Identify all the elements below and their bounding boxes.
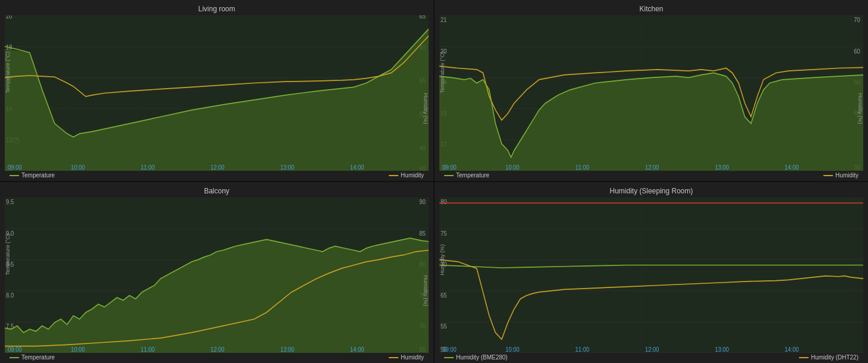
svg-text:11:00: 11:00 bbox=[575, 164, 590, 170]
svg-text:13:00: 13:00 bbox=[715, 164, 729, 170]
legend-line-hum-kitchen bbox=[823, 175, 833, 176]
legend-temperature-kitchen: Temperature bbox=[444, 172, 489, 179]
legend-label-hum-balcony: Humidity bbox=[401, 354, 424, 361]
chart-svg-balcony: 9.5 9.0 8.5 8.0 7.5 7.0 90 85 80 75 70 6… bbox=[5, 198, 429, 353]
svg-text:11:00: 11:00 bbox=[141, 346, 155, 352]
svg-text:80: 80 bbox=[441, 199, 447, 205]
legend-temperature-living-room: Temperature bbox=[10, 172, 55, 179]
svg-text:90: 90 bbox=[419, 199, 426, 205]
legend-sleeping-room: Humidity (BME280) Humidity (DHT22) bbox=[439, 353, 863, 361]
svg-text:8.0: 8.0 bbox=[6, 292, 14, 299]
svg-text:9.5: 9.5 bbox=[6, 199, 14, 205]
panel-title-kitchen: Kitchen bbox=[439, 5, 863, 13]
legend-kitchen: Temperature Humidity bbox=[439, 171, 863, 179]
legend-line-temp-kitchen bbox=[444, 175, 454, 176]
svg-text:55: 55 bbox=[441, 323, 447, 330]
legend-label-hum-kitchen: Humidity bbox=[835, 172, 858, 179]
svg-text:14:00: 14:00 bbox=[350, 164, 364, 170]
svg-text:Temperature (°C): Temperature (°C) bbox=[5, 234, 11, 276]
svg-text:65: 65 bbox=[419, 15, 426, 20]
panel-living-room: Living room 20 18 bbox=[0, 0, 433, 181]
svg-text:60: 60 bbox=[854, 48, 860, 54]
svg-text:10:00: 10:00 bbox=[505, 164, 520, 170]
legend-label-hum-living: Humidity bbox=[401, 172, 424, 179]
svg-text:85: 85 bbox=[419, 230, 426, 236]
legend-label-temp-living: Temperature bbox=[21, 172, 55, 179]
svg-text:09:00: 09:00 bbox=[442, 164, 457, 170]
svg-text:13:00: 13:00 bbox=[715, 346, 729, 352]
svg-text:Temperature (°C): Temperature (°C) bbox=[5, 52, 11, 93]
chart-area-living-room: 20 18 16 14 12(?) 12 65 60 55 50 45 40 0… bbox=[5, 15, 429, 171]
svg-text:70: 70 bbox=[854, 17, 860, 23]
panel-balcony: Balcony 9.5 9.0 8.5 8 bbox=[0, 182, 433, 363]
panel-title-living-room: Living room bbox=[5, 5, 429, 13]
legend-humidity-living-room: Humidity bbox=[389, 172, 424, 179]
legend-humidity-kitchen: Humidity bbox=[823, 172, 858, 179]
svg-text:Humidity (%): Humidity (%) bbox=[440, 244, 446, 275]
panel-sleeping-room: Humidity (Sleeping Room) 80 75 bbox=[435, 182, 868, 363]
svg-text:11:00: 11:00 bbox=[575, 346, 590, 352]
legend-humidity-balcony: Humidity bbox=[389, 354, 424, 361]
panel-kitchen: Kitchen 21 20 19 18 bbox=[435, 0, 868, 181]
legend-line-temp-balcony bbox=[10, 357, 19, 358]
svg-text:Humidity (%): Humidity (%) bbox=[423, 93, 429, 124]
svg-text:10:00: 10:00 bbox=[71, 346, 85, 352]
svg-text:20: 20 bbox=[6, 15, 12, 20]
legend-line-hum-balcony bbox=[389, 357, 398, 358]
chart-area-balcony: 9.5 9.0 8.5 8.0 7.5 7.0 90 85 80 75 70 6… bbox=[5, 198, 429, 353]
legend-label-temp-kitchen: Temperature bbox=[456, 172, 489, 179]
chart-svg-kitchen: 21 20 19 18 17 16 70 60 50 40 30 09:00 1… bbox=[439, 15, 863, 171]
svg-text:Humidity (%): Humidity (%) bbox=[857, 93, 863, 124]
legend-line-temp-living bbox=[10, 175, 19, 176]
svg-text:12:00: 12:00 bbox=[645, 164, 659, 170]
svg-text:09:00: 09:00 bbox=[8, 164, 22, 170]
svg-text:13:00: 13:00 bbox=[280, 164, 294, 170]
chart-svg-living-room: 20 18 16 14 12(?) 12 65 60 55 50 45 40 0… bbox=[5, 15, 429, 171]
svg-text:14:00: 14:00 bbox=[785, 164, 799, 170]
svg-text:12:00: 12:00 bbox=[210, 346, 225, 352]
legend-temperature-balcony: Temperature bbox=[10, 354, 55, 361]
chart-svg-sleeping-room: 80 75 70 65 55 50 09:00 10:00 11:00 12:0… bbox=[439, 198, 863, 353]
svg-text:13:00: 13:00 bbox=[280, 346, 294, 352]
dashboard: Living room 20 18 bbox=[0, 0, 868, 363]
legend-balcony: Temperature Humidity bbox=[5, 353, 429, 361]
svg-text:11:00: 11:00 bbox=[141, 164, 155, 170]
chart-area-sleeping-room: 80 75 70 65 55 50 09:00 10:00 11:00 12:0… bbox=[439, 198, 863, 353]
legend-label-dht22: Humidity (DHT22) bbox=[811, 354, 858, 361]
svg-text:12:00: 12:00 bbox=[210, 164, 225, 170]
legend-line-dht22 bbox=[799, 357, 809, 358]
legend-living-room: Temperature Humidity bbox=[5, 171, 429, 179]
svg-text:14:00: 14:00 bbox=[350, 346, 364, 352]
svg-rect-98 bbox=[439, 198, 863, 353]
legend-label-temp-balcony: Temperature bbox=[21, 354, 55, 361]
panel-title-sleeping-room: Humidity (Sleeping Room) bbox=[439, 187, 863, 195]
svg-text:14:00: 14:00 bbox=[785, 346, 799, 352]
svg-text:Humidity (%): Humidity (%) bbox=[423, 276, 429, 306]
svg-text:09:00: 09:00 bbox=[8, 346, 22, 352]
legend-line-bme280 bbox=[444, 357, 454, 358]
svg-text:21: 21 bbox=[441, 17, 446, 23]
svg-text:09:00: 09:00 bbox=[442, 346, 457, 352]
svg-text:75: 75 bbox=[441, 230, 447, 236]
svg-text:Temperature (°C): Temperature (°C) bbox=[440, 52, 446, 93]
svg-text:10:00: 10:00 bbox=[71, 164, 85, 170]
svg-text:65: 65 bbox=[441, 292, 447, 299]
svg-text:12:00: 12:00 bbox=[645, 346, 659, 352]
legend-dht22-sleeping-room: Humidity (DHT22) bbox=[799, 354, 858, 361]
chart-area-kitchen: 21 20 19 18 17 16 70 60 50 40 30 09:00 1… bbox=[439, 15, 863, 171]
legend-bme280-sleeping-room: Humidity (BME280) bbox=[444, 354, 508, 361]
legend-label-bme280: Humidity (BME280) bbox=[456, 354, 508, 361]
legend-line-hum-living bbox=[389, 175, 398, 176]
svg-text:10:00: 10:00 bbox=[505, 346, 520, 352]
panel-title-balcony: Balcony bbox=[5, 187, 429, 195]
